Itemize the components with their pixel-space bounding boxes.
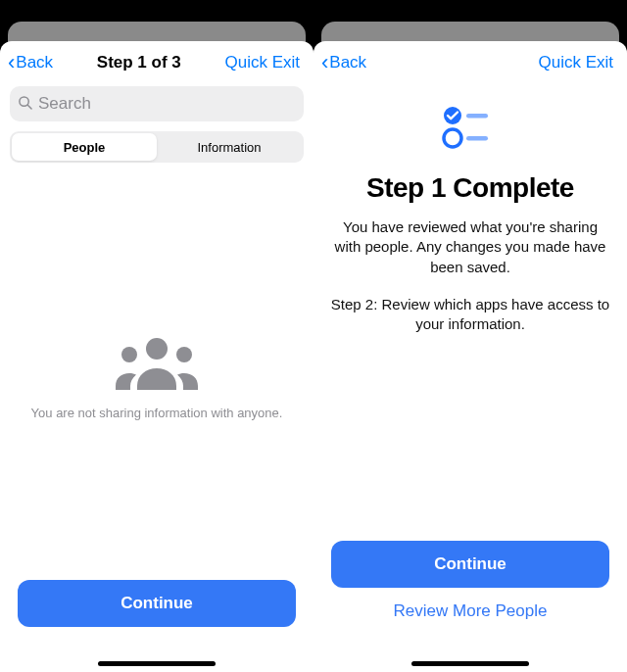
back-label: Back: [329, 53, 366, 72]
back-button[interactable]: ‹ Back: [8, 52, 53, 73]
home-indicator[interactable]: [98, 661, 216, 666]
empty-message: You are not sharing information with any…: [31, 406, 283, 420]
back-label: Back: [16, 53, 53, 72]
modal-sheet: ‹ Back Quick Exit Step 1 Complete: [314, 41, 627, 672]
empty-state: You are not sharing information with any…: [0, 335, 314, 420]
people-icon: [110, 335, 204, 394]
segment-people[interactable]: People: [12, 133, 157, 161]
svg-point-4: [176, 347, 192, 362]
segmented-control[interactable]: People Information: [10, 131, 304, 163]
chevron-left-icon: ‹: [321, 52, 328, 73]
svg-point-2: [146, 338, 168, 360]
search-input[interactable]: Search: [10, 86, 304, 121]
completion-title: Step 1 Complete: [329, 172, 611, 204]
svg-point-3: [121, 347, 137, 362]
nav-bar: ‹ Back Step 1 of 3 Quick Exit: [0, 41, 314, 84]
screen-step1: ‹ Back Step 1 of 3 Quick Exit Search Peo…: [0, 0, 314, 672]
checklist-icon: [441, 104, 500, 155]
page-title: Step 1 of 3: [97, 53, 181, 72]
continue-button[interactable]: Continue: [331, 541, 609, 588]
search-icon: [18, 95, 32, 114]
continue-button[interactable]: Continue: [18, 580, 296, 627]
quick-exit-button[interactable]: Quick Exit: [224, 53, 306, 72]
next-step-body: Step 2: Review which apps have access to…: [329, 295, 611, 335]
quick-exit-button[interactable]: Quick Exit: [538, 53, 619, 72]
chevron-left-icon: ‹: [8, 52, 15, 73]
screen-step1-complete: ‹ Back Quick Exit Step 1 Complete: [314, 0, 627, 672]
segment-information[interactable]: Information: [157, 133, 302, 161]
modal-sheet: ‹ Back Step 1 of 3 Quick Exit Search Peo…: [0, 41, 314, 672]
svg-rect-8: [466, 136, 488, 141]
svg-rect-6: [466, 114, 488, 119]
search-placeholder: Search: [38, 94, 91, 114]
completion-content: Step 1 Complete You have reviewed what y…: [329, 104, 611, 334]
svg-point-7: [444, 129, 461, 147]
completion-body: You have reviewed what you're sharing wi…: [329, 217, 611, 277]
nav-bar: ‹ Back Quick Exit: [314, 41, 627, 84]
review-more-people-button[interactable]: Review More People: [331, 592, 609, 631]
home-indicator[interactable]: [411, 661, 529, 666]
svg-line-1: [27, 105, 31, 109]
back-button[interactable]: ‹ Back: [321, 52, 366, 73]
